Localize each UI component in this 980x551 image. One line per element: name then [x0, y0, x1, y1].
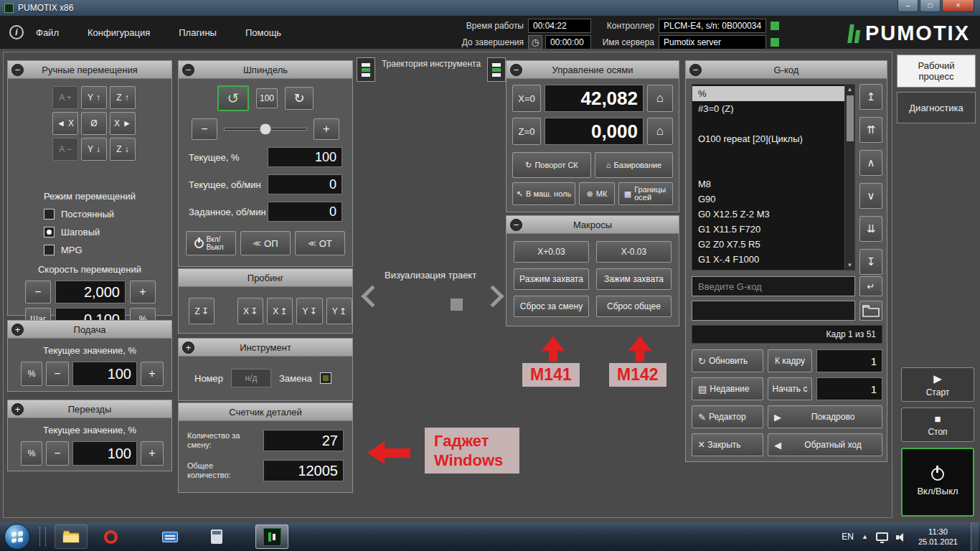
machine-zero-button[interactable]: ↖В маш. ноль — [512, 182, 575, 205]
gcode-scrollbar[interactable]: ▲ ▼ — [844, 85, 854, 270]
single-block-button[interactable]: ▶Покадрово — [768, 405, 882, 428]
scrollbar-down-icon[interactable]: ▼ — [847, 260, 853, 270]
language-indicator[interactable]: EN — [842, 532, 854, 542]
expand-icon[interactable]: + — [182, 342, 194, 354]
tab-diagnostics[interactable]: Диагностика — [897, 92, 976, 123]
spindle-slider-minus-button[interactable]: − — [192, 118, 217, 140]
stop-button[interactable]: ■ Стоп — [901, 408, 974, 442]
clock-icon[interactable]: ◷ — [528, 35, 542, 50]
speed-minus-button[interactable]: − — [25, 281, 51, 303]
feed-percent-button[interactable]: % — [21, 362, 42, 386]
macro-release-grip-button[interactable]: Разжим захвата — [514, 268, 589, 290]
close-button[interactable]: × — [942, 0, 974, 12]
checkbox-icon[interactable] — [44, 245, 55, 255]
rapids-minus-button[interactable]: − — [46, 441, 69, 466]
spindle-cw-button[interactable]: ↻ — [285, 87, 314, 110]
rotate-cs-button[interactable]: ↻Поворот СК — [512, 152, 591, 178]
start-menu-button[interactable] — [4, 524, 30, 550]
gcode-line[interactable]: O100 repeat [20](Циклы) — [692, 131, 844, 146]
recent-button[interactable]: ▤Недавние — [692, 377, 763, 400]
gcode-line[interactable] — [692, 116, 844, 131]
gcode-page-down-button[interactable]: ⇊ — [859, 216, 882, 242]
z-home-button[interactable]: ⌂ — [647, 118, 673, 145]
gcode-line-down-button[interactable]: ∨ — [859, 183, 882, 209]
probe-x-minus-button[interactable]: X↧ — [237, 298, 263, 324]
gcode-listing[interactable]: % #3=0 (Z) O100 repeat [20](Циклы) M8 G9… — [692, 84, 855, 270]
expand-icon[interactable]: + — [11, 324, 24, 336]
tray-expand-icon[interactable]: ▲ — [862, 533, 868, 540]
gcode-line[interactable]: M8 — [692, 176, 844, 192]
jog-z-plus-button[interactable]: Z↑ — [110, 86, 136, 109]
spindle-speed-slider[interactable] — [224, 128, 307, 131]
probe-y-minus-button[interactable]: Y↧ — [296, 298, 322, 324]
gcode-line[interactable] — [692, 146, 844, 161]
tool-change-checkbox[interactable] — [320, 372, 331, 384]
jog-y-plus-button[interactable]: Y↑ — [81, 86, 107, 109]
checkbox-icon[interactable] — [44, 209, 55, 220]
minimize-button[interactable]: – — [897, 0, 918, 12]
jog-y-minus-button[interactable]: Y↓ — [81, 138, 107, 161]
gcode-line-up-button[interactable]: ∧ — [859, 150, 882, 176]
taskbar-explorer-button[interactable] — [55, 524, 88, 549]
taskbar-calculator-button[interactable] — [200, 524, 233, 549]
gcode-line[interactable]: #3=0 (Z) — [692, 101, 844, 116]
taskbar-grip[interactable] — [39, 527, 46, 546]
z-zero-button[interactable]: Z=0 — [512, 118, 541, 145]
gcode-line[interactable]: G1 X11.5 F720 — [692, 222, 844, 237]
spindle-ccw-button[interactable]: ↺ — [217, 85, 249, 111]
rapids-plus-button[interactable]: + — [141, 441, 164, 466]
gcode-file-input[interactable] — [692, 301, 855, 321]
gcode-input[interactable] — [692, 276, 855, 296]
probe-y-plus-button[interactable]: Y↥ — [326, 298, 352, 324]
probe-z-button[interactable]: Z↧ — [189, 298, 215, 324]
jog-x-plus-button[interactable]: X► — [110, 112, 136, 135]
gcode-line[interactable]: G1 X-.4 F1000 — [692, 252, 844, 267]
mode-step[interactable]: Шаговый — [44, 227, 171, 237]
gcode-line-selected[interactable]: % — [692, 86, 844, 101]
menu-help[interactable]: Помощь — [245, 27, 281, 38]
info-icon[interactable]: i — [9, 25, 24, 39]
probe-x-plus-button[interactable]: X↥ — [267, 298, 293, 324]
macro-clamp-grip-button[interactable]: Зажим захвата — [596, 268, 672, 290]
speed-plus-button[interactable]: + — [130, 281, 156, 303]
checkbox-checked-icon[interactable] — [44, 227, 55, 237]
start-from-button[interactable]: Начать с — [768, 377, 812, 400]
maximize-button[interactable]: □ — [920, 0, 941, 12]
spindle-onoff-button[interactable]: Вкл/ Выкл — [186, 231, 236, 255]
reverse-run-button[interactable]: ◀Обратный ход — [768, 433, 882, 456]
volume-icon[interactable] — [896, 532, 905, 542]
scrollbar-up-icon[interactable]: ▲ — [847, 85, 853, 94]
taskbar-opera-button[interactable] — [94, 524, 127, 549]
open-file-button[interactable] — [859, 301, 882, 321]
scrollbar-thumb[interactable] — [847, 95, 854, 141]
gcode-scroll-top-button[interactable]: ↥ — [859, 84, 882, 110]
power-button[interactable]: Вкл/Выкл — [901, 448, 974, 517]
gcode-line[interactable]: G90 — [692, 192, 844, 207]
mode-continuous[interactable]: Постоянный — [44, 209, 171, 220]
mk-button[interactable]: ⊕МК — [579, 182, 615, 205]
spindle-override-button[interactable]: 100 — [256, 88, 278, 108]
tab-workflow[interactable]: Рабочий процесс — [897, 55, 976, 88]
gcode-line[interactable]: G0 X12.5 Z-2 M3 — [692, 207, 844, 222]
gcode-enter-button[interactable]: ↵ — [859, 276, 882, 296]
collapse-icon[interactable]: − — [11, 64, 24, 76]
taskbar-keyboard-app-button[interactable] — [154, 524, 187, 549]
x-home-button[interactable]: ⌂ — [647, 85, 673, 112]
jog-x-minus-button[interactable]: ◄X — [52, 112, 78, 135]
macro-x-minus-button[interactable]: X-0.03 — [596, 241, 672, 263]
jog-z-minus-button[interactable]: Z↓ — [110, 138, 136, 161]
mode-mpg[interactable]: MPG — [44, 245, 171, 255]
menu-plugins[interactable]: Плагины — [179, 27, 217, 38]
jog-a-minus-button[interactable]: A − — [52, 138, 78, 161]
collapse-icon[interactable]: − — [182, 64, 194, 76]
trajectory-toggle-right-button[interactable] — [487, 57, 506, 82]
homing-button[interactable]: ⌂Базирование — [595, 152, 673, 178]
collapse-icon[interactable]: − — [510, 219, 522, 231]
trajectory-toggle-left-button[interactable] — [357, 57, 375, 82]
axis-limits-button[interactable]: ▦Границы осей — [618, 182, 673, 205]
show-desktop-button[interactable] — [971, 522, 979, 551]
spindle-op-button[interactable]: ≪ОП — [240, 231, 291, 255]
x-zero-button[interactable]: X=0 — [512, 85, 541, 112]
viewport-handle[interactable] — [451, 298, 463, 311]
menu-file[interactable]: Файл — [36, 27, 59, 38]
